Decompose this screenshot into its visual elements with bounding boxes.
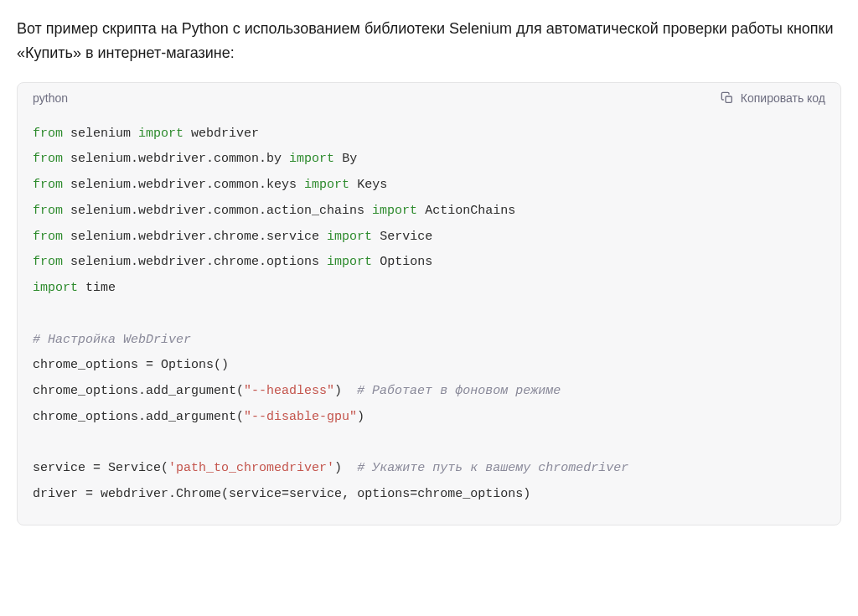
kwarg-options: options xyxy=(357,487,410,501)
keyword-import: import xyxy=(33,281,78,295)
code-header: python Копировать код xyxy=(18,83,840,113)
copy-code-button[interactable]: Копировать код xyxy=(721,91,825,105)
name-webdriver: webdriver xyxy=(191,127,259,141)
var-chrome-options: chrome_options xyxy=(33,358,138,372)
keyword-import: import xyxy=(289,152,334,166)
kwarg-service: service xyxy=(229,487,282,501)
module-by: selenium.webdriver.common.by xyxy=(70,152,282,166)
call-options: Options xyxy=(161,358,214,372)
keyword-from: from xyxy=(33,255,63,269)
keyword-from: from xyxy=(33,204,63,218)
copy-icon xyxy=(721,91,734,105)
copy-code-label: Копировать код xyxy=(741,91,825,105)
keyword-from: from xyxy=(33,178,63,192)
string-disable-gpu: "--disable-gpu" xyxy=(244,410,357,424)
module-options: selenium.webdriver.chrome.options xyxy=(70,255,319,269)
var-driver: driver xyxy=(33,487,78,501)
module-selenium: selenium xyxy=(70,127,131,141)
call-chrome: webdriver.Chrome xyxy=(101,487,221,501)
name-by: By xyxy=(342,152,357,166)
keyword-import: import xyxy=(327,255,372,269)
val-service: service xyxy=(289,487,342,501)
call-add-argument: .add_argument( xyxy=(138,384,244,398)
name-service: Service xyxy=(380,230,432,244)
comment-background: # Работает в фоновом режиме xyxy=(357,384,561,398)
keyword-from: from xyxy=(33,230,63,244)
comment-path: # Укажите путь к вашему chromedriver xyxy=(357,461,628,475)
name-keys: Keys xyxy=(357,178,387,192)
comment-setup: # Настройка WebDriver xyxy=(33,333,191,347)
keyword-from: from xyxy=(33,127,63,141)
var-chrome-options: chrome_options xyxy=(33,410,138,424)
module-time: time xyxy=(85,281,116,295)
code-language-label: python xyxy=(33,91,68,105)
val-chrome-options: chrome_options xyxy=(417,487,523,501)
name-options: Options xyxy=(380,255,432,269)
var-chrome-options: chrome_options xyxy=(33,384,138,398)
module-keys: selenium.webdriver.common.keys xyxy=(70,178,297,192)
keyword-from: from xyxy=(33,152,63,166)
keyword-import: import xyxy=(372,204,417,218)
keyword-import: import xyxy=(327,230,372,244)
name-actionchains: ActionChains xyxy=(425,204,515,218)
var-service: service xyxy=(33,461,85,475)
code-content[interactable]: from selenium import webdriver from sele… xyxy=(18,113,840,525)
module-service: selenium.webdriver.chrome.service xyxy=(70,230,319,244)
keyword-import: import xyxy=(138,127,183,141)
module-actionchains: selenium.webdriver.common.action_chains xyxy=(70,204,364,218)
string-headless: "--headless" xyxy=(244,384,334,398)
intro-paragraph: Вот пример скрипта на Python с использов… xyxy=(17,17,841,65)
code-block: python Копировать код from selenium impo… xyxy=(17,82,841,525)
svg-rect-0 xyxy=(726,96,731,102)
call-add-argument: .add_argument( xyxy=(138,410,244,424)
call-service: Service xyxy=(108,461,161,475)
string-path: 'path_to_chromedriver' xyxy=(168,461,334,475)
keyword-import: import xyxy=(304,178,349,192)
